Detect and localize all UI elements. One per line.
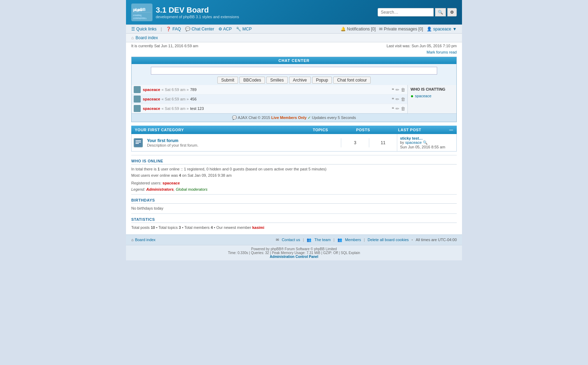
chat-buttons: Submit BBCodes Smilies Archive Popup Cha… xyxy=(217,77,371,84)
last-post-title[interactable]: sticky test… xyxy=(400,136,454,140)
chat-center-header: CHAT CENTER xyxy=(132,57,456,64)
svg-rect-8 xyxy=(135,143,139,144)
last-post-by: by spaceace 🔍 xyxy=(400,140,454,145)
chat-message-row: spaceace « Sat 6:59 am » 456 ❝ ✏ 🗑 xyxy=(132,94,407,104)
advanced-search-button[interactable]: ⚙ xyxy=(447,8,457,16)
divider xyxy=(131,213,457,214)
col-topics-label: TOPICS xyxy=(313,128,328,132)
administrators-link[interactable]: Administrators xyxy=(146,187,174,191)
forum-posts-count: 11 xyxy=(369,138,397,147)
chat-username[interactable]: spaceace xyxy=(143,106,160,111)
chat-username[interactable]: spaceace xyxy=(143,97,160,101)
last-post-date: Sun Jun 05, 2016 8:55 am xyxy=(400,145,454,149)
footer-left: ⌂ Board index xyxy=(131,238,155,242)
mcp-link[interactable]: 🔧 MCP xyxy=(236,27,252,31)
breadcrumb-board-index[interactable]: Board index xyxy=(135,35,158,40)
delete-icon[interactable]: 🗑 xyxy=(401,87,405,92)
team-icon: 👥 xyxy=(307,238,312,242)
who-online-section: WHO IS ONLINE In total there is 1 user o… xyxy=(131,159,457,192)
svg-text:phpBB: phpBB xyxy=(133,7,146,12)
last-post-user[interactable]: spaceace xyxy=(405,140,422,145)
archive-button[interactable]: Archive xyxy=(289,77,311,84)
forum-name[interactable]: Your first forum xyxy=(147,138,340,143)
logo-area: phpBB creating communities 3.1 DEV Board… xyxy=(131,3,239,21)
edit-icon[interactable]: ✏ xyxy=(396,97,399,102)
birthdays-section: BIRTHDAYS No birthdays today xyxy=(131,198,457,212)
check-icon: ✓ xyxy=(308,115,311,120)
delete-icon[interactable]: 🗑 xyxy=(401,97,405,102)
chat-username[interactable]: spaceace xyxy=(143,87,160,92)
the-team-link[interactable]: The team xyxy=(314,238,330,242)
statistics-section: STATISTICS Total posts 10 • Total topics… xyxy=(131,217,457,231)
faq-link[interactable]: ❓ FAQ xyxy=(166,27,181,31)
who-online-title: WHO IS ONLINE xyxy=(131,159,457,164)
quote-icon[interactable]: ❝ xyxy=(392,87,394,92)
acp-link[interactable]: ⚙ ACP xyxy=(218,27,232,31)
board-title: 3.1 DEV Board xyxy=(156,6,239,15)
edit-icon[interactable]: ✏ xyxy=(396,106,399,111)
mark-forums-read-link[interactable]: Mark forums read xyxy=(427,50,457,54)
chat-input-area: Submit BBCodes Smilies Archive Popup Cha… xyxy=(132,64,456,85)
bbcodes-button[interactable]: BBCodes xyxy=(239,77,265,84)
online-count: 1 xyxy=(158,167,160,171)
update-interval: Updates every 5 Seconds xyxy=(312,115,356,120)
forum-row: Your first forum Description of your fir… xyxy=(131,134,457,152)
chat-font-colour-button[interactable]: Chat font colour xyxy=(333,77,371,84)
members-icon: 👥 xyxy=(337,238,342,242)
board-subtitle: development of phpBB 3.1 styles and exte… xyxy=(156,15,239,19)
chat-time: « Sat 6:59 am » xyxy=(162,97,189,101)
chat-center-link[interactable]: 💬 Chat Center xyxy=(185,27,214,31)
moderators-link[interactable]: Global moderators xyxy=(176,187,208,191)
smilies-button[interactable]: Smilies xyxy=(266,77,288,84)
registered-user-link[interactable]: spaceace xyxy=(162,181,180,185)
who-chatting-column: WHO IS CHATTING ● spaceace xyxy=(407,85,456,113)
chat-center: CHAT CENTER Submit BBCodes Smilies Archi… xyxy=(131,57,457,122)
chat-messages-column: spaceace « Sat 6:59 am » 789 ❝ ✏ 🗑 space… xyxy=(132,85,407,113)
home-icon: ⌂ xyxy=(131,238,134,242)
edit-icon[interactable]: ✏ xyxy=(396,87,399,92)
forum-topics-count: 3 xyxy=(341,138,369,147)
search-button[interactable]: 🔍 xyxy=(435,8,446,16)
chat-actions: ❝ ✏ 🗑 xyxy=(392,106,405,111)
chat-area-main: spaceace « Sat 6:59 am » 789 ❝ ✏ 🗑 space… xyxy=(132,85,456,113)
quote-icon[interactable]: ❝ xyxy=(392,106,394,111)
quote-icon[interactable]: ❝ xyxy=(392,97,394,102)
quick-links[interactable]: ☰ Quick links xyxy=(131,27,156,31)
admin-panel-link[interactable]: Administration Control Panel xyxy=(270,255,318,259)
who-chatting-username[interactable]: spaceace xyxy=(415,94,431,98)
nav-right: 🔔 Notifications [0] ✉ Private messages [… xyxy=(341,27,457,31)
forum-section: YOUR FIRST CATEGORY TOPICS POSTS LAST PO… xyxy=(131,126,457,152)
user-menu[interactable]: 👤 spaceace ▼ xyxy=(427,27,457,31)
footer-right: ✉ Contact us | 👥 The team | 👥 Members | … xyxy=(276,238,457,242)
footer-board-index[interactable]: Board index xyxy=(135,238,156,242)
chat-input[interactable] xyxy=(151,67,437,75)
search-input[interactable] xyxy=(378,8,434,16)
birthdays-text: No birthdays today xyxy=(131,205,457,212)
chat-avatar xyxy=(134,96,141,103)
chat-footer-text: 💬 AJAX Chat © 2015 Live Members Only ✓ U… xyxy=(232,115,356,120)
members-link[interactable]: Members xyxy=(345,238,361,242)
chat-message-text: test 123 xyxy=(190,106,390,111)
popup-button[interactable]: Popup xyxy=(312,77,332,84)
submit-button[interactable]: Submit xyxy=(217,77,238,84)
current-time: It is currently Sat Jun 11, 2016 6:59 am xyxy=(131,44,198,48)
status-bar: It is currently Sat Jun 11, 2016 6:59 am… xyxy=(126,42,462,49)
chat-actions: ❝ ✏ 🗑 xyxy=(392,87,405,92)
envelope-icon: ✉ xyxy=(276,238,279,242)
category-header: YOUR FIRST CATEGORY TOPICS POSTS LAST PO… xyxy=(131,126,457,134)
svg-rect-6 xyxy=(135,140,141,141)
delete-icon[interactable]: 🗑 xyxy=(401,106,405,111)
pm-area: ✉ Private messages [0] xyxy=(379,27,423,31)
max-online: 4 xyxy=(179,173,181,177)
contact-us-link[interactable]: Contact us xyxy=(282,238,300,242)
total-posts: 10 xyxy=(151,225,155,230)
forum-description: Description of your first forum. xyxy=(147,143,340,147)
delete-cookies-link[interactable]: Delete all board cookies xyxy=(368,238,408,242)
newest-member-link[interactable]: kasimi xyxy=(252,225,264,230)
col-posts-label: POSTS xyxy=(356,128,370,132)
total-members: 4 xyxy=(211,225,213,230)
total-topics: 3 xyxy=(179,225,181,230)
search-area: 🔍 ⚙ xyxy=(378,8,457,16)
minimize-button[interactable]: — xyxy=(449,128,454,132)
live-members-only-link[interactable]: Live Members Only xyxy=(271,115,307,120)
